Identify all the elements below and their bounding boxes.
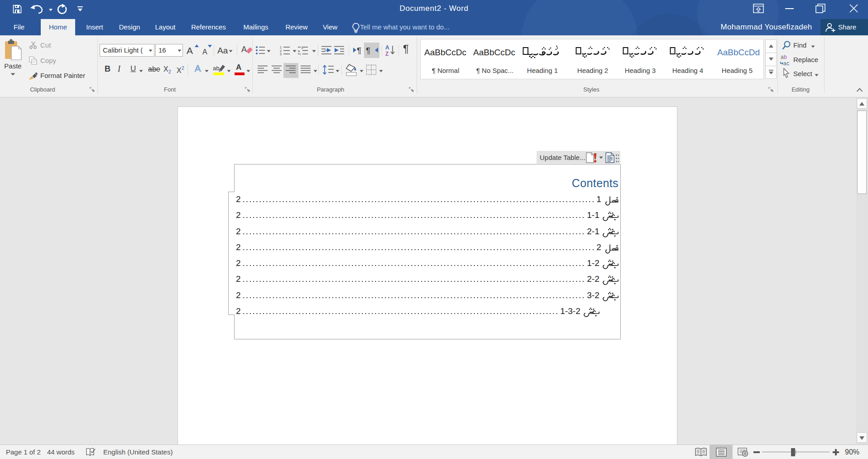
svg-text:a: a — [781, 54, 784, 60]
svg-text:2: 2 — [280, 49, 282, 53]
svg-text:¶: ¶ — [366, 46, 370, 55]
svg-text:3: 3 — [280, 53, 282, 55]
svg-text:1: 1 — [280, 46, 282, 49]
svg-text:Z: Z — [385, 51, 388, 56]
svg-text:c: c — [786, 60, 789, 66]
svg-text:ab: ab — [213, 65, 219, 72]
svg-text:a: a — [783, 60, 786, 66]
svg-text:b: b — [784, 54, 787, 60]
svg-text:1: 1 — [301, 46, 303, 50]
svg-text:A: A — [385, 44, 389, 51]
svg-text:i: i — [300, 53, 301, 55]
svg-text:¶: ¶ — [357, 46, 361, 55]
svg-text:a: a — [298, 49, 300, 53]
